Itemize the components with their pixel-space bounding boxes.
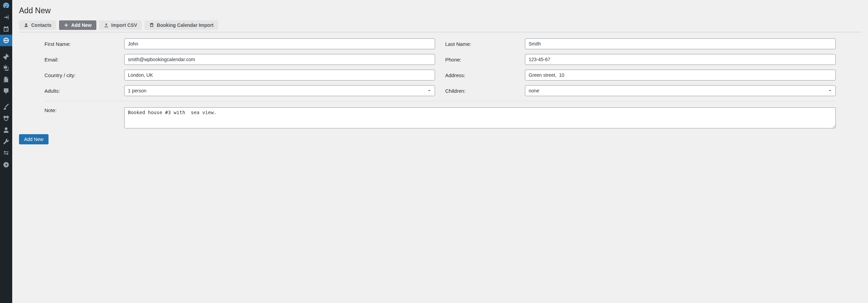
calendar-icon (149, 23, 154, 28)
admin-sidebar (0, 0, 12, 303)
sidebar-item-settings[interactable] (0, 147, 12, 159)
sidebar-item-appearance[interactable] (0, 101, 12, 113)
main-content: Add New Contacts Add New Import CSV Book… (12, 0, 868, 303)
tab-booking-calendar-import[interactable]: Booking Calendar Import (145, 20, 218, 30)
last-name-field[interactable] (525, 38, 836, 49)
tab-bar: Contacts Add New Import CSV Booking Cale… (19, 20, 861, 32)
phone-field[interactable] (525, 54, 836, 65)
sidebar-item-calendar[interactable] (0, 23, 12, 35)
chevron-right-circle-icon (3, 161, 10, 168)
phone-label: Phone: (445, 57, 525, 63)
adults-select[interactable]: 1 person (124, 85, 435, 96)
plugin-icon (3, 115, 10, 122)
sidebar-item-users[interactable] (0, 124, 12, 136)
sidebar-item-media[interactable] (0, 62, 12, 74)
customer-form: First Name: Last Name: Email: Phone: Cou… (19, 38, 861, 129)
sidebar-item-pages[interactable] (0, 74, 12, 85)
upload-icon (104, 23, 109, 28)
sliders-icon (3, 150, 10, 157)
email-field[interactable] (124, 54, 435, 65)
wrench-icon (3, 138, 10, 145)
person-icon (24, 23, 29, 28)
sidebar-item-posts[interactable] (0, 51, 12, 62)
comments-icon (3, 88, 10, 94)
form-divider (44, 101, 836, 101)
sidebar-item-collapse[interactable] (0, 159, 12, 171)
sidebar-item-plugins[interactable] (0, 113, 12, 124)
media-icon (3, 65, 10, 71)
country-field[interactable] (124, 70, 435, 81)
user-icon (3, 127, 10, 133)
first-name-field[interactable] (124, 38, 435, 49)
last-name-label: Last Name: (445, 41, 525, 47)
sidebar-item-dashboard[interactable] (0, 0, 12, 12)
pin-icon (3, 53, 10, 60)
tab-label: Contacts (31, 22, 52, 28)
sidebar-item-comments[interactable] (0, 85, 12, 97)
tab-contacts[interactable]: Contacts (19, 20, 56, 30)
country-label: Country / city: (44, 72, 124, 78)
brush-icon (3, 104, 10, 110)
sidebar-separator (0, 98, 12, 100)
gauge-icon (3, 2, 10, 9)
sidebar-item-customers[interactable] (0, 35, 12, 46)
add-new-button[interactable]: Add New (19, 134, 49, 144)
plus-icon (64, 23, 69, 28)
children-select[interactable]: none (525, 85, 836, 96)
address-field[interactable] (525, 70, 836, 81)
page-title: Add New (19, 6, 861, 15)
sidebar-item-jump-right[interactable] (0, 12, 12, 23)
sidebar-separator (0, 48, 12, 49)
note-label: Note: (44, 107, 124, 113)
tab-label: Booking Calendar Import (157, 22, 213, 28)
tab-label: Import CSV (111, 22, 137, 28)
tab-import-csv[interactable]: Import CSV (99, 20, 142, 30)
pages-icon (3, 76, 10, 83)
first-name-label: First Name: (44, 41, 124, 47)
email-label: Email: (44, 57, 124, 63)
children-label: Children: (445, 88, 525, 94)
calendar-plus-icon (3, 25, 10, 32)
adults-label: Adults: (44, 88, 124, 94)
globe-icon (3, 37, 10, 44)
tab-add-new[interactable]: Add New (59, 20, 96, 30)
arrow-right-to-line-icon (3, 14, 10, 21)
address-label: Address: (445, 72, 525, 78)
note-field[interactable] (124, 107, 836, 128)
sidebar-item-tools[interactable] (0, 136, 12, 147)
tab-label: Add New (71, 22, 92, 28)
